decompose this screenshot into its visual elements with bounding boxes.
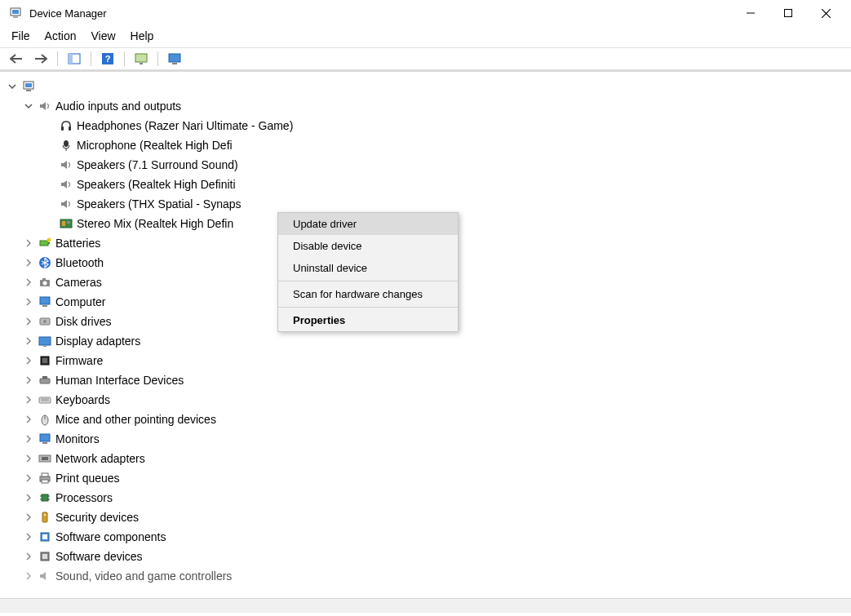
category-keyboards[interactable]: Keyboards (7, 390, 851, 410)
firmware-label: Firmware (55, 354, 103, 367)
svg-rect-11 (135, 54, 147, 62)
hid-icon (38, 373, 52, 388)
audio-label: Audio inputs and outputs (55, 100, 181, 113)
audio-card-icon (59, 216, 73, 231)
stereo-mix-label: Stereo Mix (Realtek High Defin (77, 217, 233, 230)
computer-label: Computer (55, 295, 105, 308)
category-display-adapters[interactable]: Display adapters (7, 331, 851, 351)
ctx-properties[interactable]: Properties (278, 309, 458, 331)
device-speakers-71[interactable]: Speakers (7.1 Surround Sound) (7, 155, 851, 175)
print-queues-label: Print queues (55, 472, 120, 485)
sound-controller-icon (38, 569, 52, 583)
chevron-right-icon[interactable] (23, 531, 34, 543)
ctx-uninstall-device[interactable]: Uninstall device (278, 257, 458, 279)
chevron-right-icon[interactable] (23, 316, 34, 327)
speakers-thx-label: Speakers (THX Spatial - Synaps (77, 197, 242, 211)
chevron-right-icon[interactable] (23, 277, 34, 288)
category-software-components[interactable]: Software components (7, 527, 851, 547)
svg-rect-59 (42, 512, 47, 522)
disk-drives-label: Disk drives (55, 315, 111, 328)
speaker-icon (59, 197, 73, 211)
device-headphones[interactable]: Headphones (Razer Nari Ultimate - Game) (7, 116, 851, 135)
svg-rect-13 (169, 54, 180, 62)
category-processors[interactable]: Processors (7, 488, 851, 507)
chevron-right-icon[interactable] (23, 414, 34, 425)
scan-hardware-button[interactable] (131, 50, 151, 68)
category-security-devices[interactable]: Security devices (7, 507, 851, 527)
hid-label: Human Interface Devices (55, 374, 184, 387)
ctx-update-driver[interactable]: Update driver (278, 213, 458, 235)
svg-point-60 (44, 514, 46, 516)
menu-view[interactable]: View (91, 29, 115, 42)
chevron-right-icon[interactable] (23, 551, 34, 562)
chevron-right-icon[interactable] (23, 472, 34, 484)
mice-label: Mice and other pointing devices (55, 413, 216, 426)
chevron-right-icon[interactable] (23, 492, 34, 503)
category-print-queues[interactable]: Print queues (7, 468, 851, 488)
menu-action[interactable]: Action (45, 29, 77, 42)
category-software-devices[interactable]: Software devices (7, 547, 851, 566)
ctx-disable-device[interactable]: Disable device (278, 235, 458, 257)
network-adapters-label: Network adapters (55, 452, 145, 465)
svg-rect-37 (43, 346, 47, 347)
chevron-right-icon[interactable] (23, 237, 34, 249)
display-adapters-label: Display adapters (55, 335, 140, 348)
device-speakers-thx[interactable]: Speakers (THX Spatial - Synaps (7, 194, 851, 214)
menu-help[interactable]: Help (131, 29, 154, 42)
minimize-button[interactable] (732, 0, 769, 26)
horizontal-scrollbar[interactable] (0, 598, 851, 613)
help-button[interactable]: ? (98, 50, 117, 68)
chevron-right-icon[interactable] (23, 433, 34, 445)
toolbar: ? (0, 47, 851, 70)
chevron-right-icon[interactable] (23, 296, 34, 308)
svg-rect-47 (40, 434, 50, 441)
speakers-71-label: Speakers (7.1 Surround Sound) (77, 158, 238, 171)
category-network-adapters[interactable]: Network adapters (7, 449, 851, 468)
forward-button[interactable] (31, 50, 51, 68)
show-hide-tree-button[interactable] (64, 50, 84, 68)
network-icon (38, 451, 52, 466)
chevron-right-icon[interactable] (23, 355, 34, 366)
chevron-right-icon[interactable] (23, 257, 34, 268)
headphones-icon (59, 118, 73, 133)
category-audio[interactable]: Audio inputs and outputs (7, 96, 851, 116)
device-speakers-realtek[interactable]: Speakers (Realtek High Definiti (7, 175, 851, 194)
chevron-right-icon[interactable] (23, 512, 34, 523)
device-tree: Audio inputs and outputs Headphones (Raz… (0, 70, 851, 613)
svg-text:?: ? (105, 54, 111, 64)
ctx-scan-hardware[interactable]: Scan for hardware changes (278, 283, 458, 305)
svg-rect-26 (48, 242, 50, 244)
firmware-icon (38, 353, 52, 368)
chevron-right-icon[interactable] (23, 453, 34, 464)
root-node[interactable] (7, 77, 851, 96)
svg-point-35 (43, 320, 47, 323)
window-title: Device Manager (29, 7, 732, 20)
category-firmware[interactable]: Firmware (7, 351, 851, 370)
chevron-down-icon[interactable] (7, 81, 18, 92)
chevron-down-icon[interactable] (23, 100, 34, 112)
chevron-right-icon[interactable] (23, 570, 34, 582)
window-controls (732, 0, 844, 26)
menu-file[interactable]: File (11, 29, 30, 42)
device-microphone[interactable]: Microphone (Realtek High Defi (7, 135, 851, 155)
category-monitors[interactable]: Monitors (7, 429, 851, 449)
bluetooth-icon (38, 255, 52, 270)
category-mice[interactable]: Mice and other pointing devices (7, 410, 851, 429)
back-button[interactable] (7, 50, 26, 68)
speakers-realtek-label: Speakers (Realtek High Definiti (77, 178, 236, 191)
security-icon (38, 510, 52, 525)
sound-controllers-label: Sound, video and game controllers (55, 569, 232, 583)
monitor-button[interactable] (165, 50, 184, 68)
maximize-button[interactable] (769, 0, 807, 26)
speaker-icon (59, 157, 73, 172)
close-button[interactable] (807, 0, 844, 26)
category-sound-controllers[interactable]: Sound, video and game controllers (7, 566, 851, 586)
chevron-right-icon[interactable] (23, 374, 34, 386)
svg-rect-54 (42, 494, 48, 501)
processor-icon (38, 490, 52, 505)
disk-icon (38, 314, 52, 329)
chevron-right-icon[interactable] (23, 335, 34, 347)
svg-rect-48 (42, 442, 47, 444)
category-hid[interactable]: Human Interface Devices (7, 370, 851, 390)
chevron-right-icon[interactable] (23, 394, 34, 405)
